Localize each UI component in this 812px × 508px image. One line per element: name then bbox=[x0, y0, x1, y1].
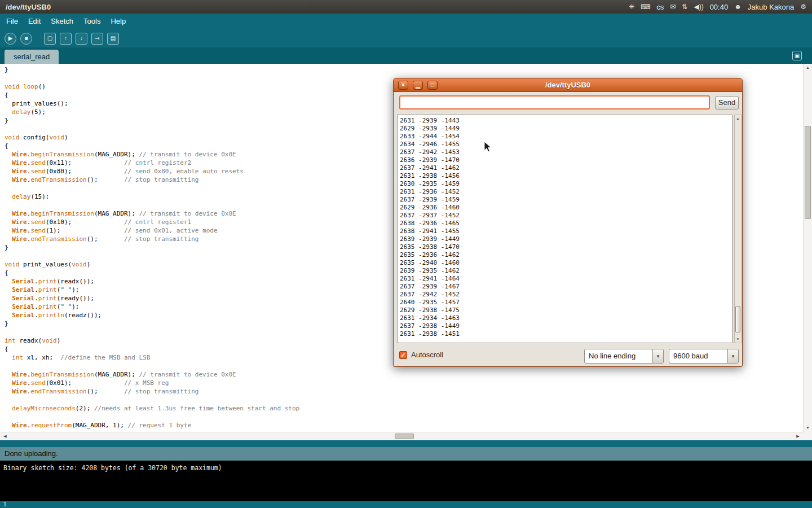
chevron-down-icon[interactable]: ▾ bbox=[652, 349, 663, 363]
serial-output-line: 2633 -2944 -1454 bbox=[400, 133, 730, 141]
serial-output-line: 2631 -2939 -1443 bbox=[400, 117, 730, 125]
serial-output-line: 2639 -2935 -1462 bbox=[400, 267, 730, 275]
build-console: Binary sketch size: 4208 bytes (of a 307… bbox=[0, 461, 812, 501]
serial-output-line: 2630 -2935 -1459 bbox=[400, 180, 730, 188]
clock-label[interactable]: 00:40 bbox=[710, 3, 729, 11]
serial-output-line: 2636 -2939 -1470 bbox=[400, 156, 730, 164]
serial-output-line: 2631 -2941 -1464 bbox=[400, 275, 730, 283]
bluetooth-icon[interactable]: ✳ bbox=[629, 3, 634, 11]
scroll-up-icon[interactable]: ▲ bbox=[735, 115, 741, 122]
editor-vertical-scrollbar-thumb[interactable] bbox=[805, 126, 811, 219]
menu-help[interactable]: Help bbox=[105, 14, 131, 29]
menu-bar: FileEditSketchToolsHelp bbox=[0, 14, 812, 29]
menu-edit[interactable]: Edit bbox=[23, 14, 46, 29]
toolbar: ▶■▢↑↓⇒▤ bbox=[0, 29, 812, 47]
desktop-top-panel: /dev/ttyUSB0 ✳⌨cs✉⇅◀))00:40☻Jakub Kakona… bbox=[0, 0, 812, 14]
autoscroll-label: Autoscroll bbox=[411, 351, 443, 359]
serial-output-line: 2638 -2936 -1465 bbox=[400, 220, 730, 227]
code-line: Wire.beginTransmission(MAG_ADDR); // tra… bbox=[5, 370, 803, 379]
close-icon[interactable]: × bbox=[398, 81, 408, 90]
serial-output-line: 2635 -2938 -1470 bbox=[400, 243, 730, 251]
stop-button[interactable]: ■ bbox=[20, 33, 32, 45]
serial-output-line: 2634 -2946 -1455 bbox=[400, 141, 730, 148]
scroll-down-icon[interactable]: ▼ bbox=[804, 424, 812, 432]
serial-output-line: 2637 -2939 -1459 bbox=[400, 196, 730, 204]
serial-output-line: 2637 -2941 -1462 bbox=[400, 164, 730, 172]
code-line: } bbox=[5, 65, 803, 74]
editor-horizontal-scrollbar[interactable]: ◀ ▶ bbox=[0, 432, 803, 440]
menu-sketch[interactable]: Sketch bbox=[46, 14, 78, 29]
username-label[interactable]: Jakub Kakona bbox=[748, 3, 794, 11]
active-window-title: /dev/ttyUSB0 bbox=[6, 3, 51, 11]
scroll-right-icon[interactable]: ▶ bbox=[794, 432, 802, 440]
console-line: Binary sketch size: 4208 bytes (of a 307… bbox=[3, 464, 809, 472]
status-bar: Done uploading. bbox=[0, 447, 812, 461]
window-controls: × ▁ □ bbox=[398, 81, 438, 90]
serial-output-line: 2637 -2942 -1452 bbox=[400, 291, 730, 299]
editor-vertical-scrollbar[interactable]: ▲ ▼ bbox=[803, 64, 812, 432]
minimize-icon[interactable]: ▁ bbox=[413, 81, 423, 90]
keyboard-layout-label[interactable]: cs bbox=[656, 3, 664, 11]
volume-icon[interactable]: ◀)) bbox=[694, 3, 703, 11]
serial-monitor-window: × ▁ □ /dev/ttyUSB0 Send 2631 -2939 -1443… bbox=[393, 78, 743, 367]
network-traffic-icon[interactable]: ⇅ bbox=[682, 3, 687, 11]
autoscroll-checkbox[interactable]: ✓ bbox=[399, 351, 407, 359]
scroll-down-icon[interactable]: ▼ bbox=[735, 336, 741, 343]
serial-output-line: 2631 -2938 -1451 bbox=[400, 330, 730, 338]
serial-output-line: 2631 -2934 -1463 bbox=[400, 314, 730, 322]
serial-output-line: 2640 -2935 -1457 bbox=[400, 299, 730, 306]
indicator-area: ✳⌨cs✉⇅◀))00:40☻Jakub Kakona⚙ bbox=[629, 3, 806, 11]
code-line: delayMicroseconds(2); //needs at least 1… bbox=[5, 404, 803, 413]
serial-monitor-titlebar[interactable]: × ▁ □ /dev/ttyUSB0 bbox=[394, 78, 742, 92]
code-line bbox=[5, 396, 803, 404]
chevron-down-icon[interactable]: ▾ bbox=[727, 349, 738, 363]
menu-tools[interactable]: Tools bbox=[78, 14, 105, 29]
serial-monitor-button[interactable]: ▤ bbox=[107, 33, 119, 45]
line-number-bar: 1 bbox=[0, 501, 812, 508]
save-sketch-button[interactable]: ↓ bbox=[76, 33, 87, 45]
code-line: Wire.endTransmission(); // stop transmit… bbox=[5, 387, 803, 396]
serial-output-line: 2637 -2938 -1449 bbox=[400, 322, 730, 330]
tab-serial-read[interactable]: serial_read bbox=[5, 50, 59, 64]
menu-file[interactable]: File bbox=[1, 14, 23, 29]
session-gear-icon[interactable]: ⚙ bbox=[800, 3, 806, 11]
current-line-number: 1 bbox=[3, 501, 7, 507]
keyboard-icon[interactable]: ⌨ bbox=[641, 3, 650, 11]
maximize-icon[interactable]: □ bbox=[427, 81, 438, 90]
send-button[interactable]: Send bbox=[715, 96, 739, 110]
new-sketch-button[interactable]: ▢ bbox=[44, 33, 56, 45]
mouse-cursor bbox=[484, 141, 493, 156]
serial-output-line: 2629 -2939 -1449 bbox=[400, 125, 730, 133]
serial-output-scrollbar[interactable]: ▲ ▼ bbox=[734, 115, 742, 343]
scrollbar-corner bbox=[803, 432, 812, 440]
editor-horizontal-scrollbar-thumb[interactable] bbox=[395, 433, 414, 439]
serial-monitor-title: /dev/ttyUSB0 bbox=[394, 78, 742, 92]
open-sketch-button[interactable]: ↑ bbox=[60, 33, 72, 45]
line-ending-value: No line ending bbox=[585, 349, 652, 363]
serial-output-line: 2638 -2941 -1455 bbox=[400, 227, 730, 235]
mail-icon[interactable]: ✉ bbox=[670, 3, 676, 11]
user-icon[interactable]: ☻ bbox=[734, 3, 742, 11]
scroll-left-icon[interactable]: ◀ bbox=[1, 432, 9, 440]
status-text: Done uploading. bbox=[5, 449, 58, 458]
serial-output-area[interactable]: 2631 -2939 -14432629 -2939 -14492633 -29… bbox=[397, 115, 732, 343]
baud-rate-dropdown[interactable]: 9600 baud ▾ bbox=[669, 349, 739, 364]
serial-output-line: 2637 -2937 -1452 bbox=[400, 212, 730, 220]
tab-bar: serial_read ▣ bbox=[0, 47, 812, 64]
scroll-up-icon[interactable]: ▲ bbox=[804, 64, 812, 72]
serial-send-input[interactable] bbox=[399, 95, 710, 110]
code-line: Wire.requestFrom(MAG_ADDR, 1); // reques… bbox=[5, 421, 803, 430]
status-divider bbox=[0, 440, 812, 447]
serial-output-line: 2635 -2940 -1460 bbox=[400, 259, 730, 267]
serial-monitor-controls: ✓ Autoscroll No line ending ▾ 9600 baud … bbox=[394, 346, 742, 366]
serial-output-line: 2629 -2938 -1475 bbox=[400, 306, 730, 314]
code-line bbox=[5, 413, 803, 421]
serial-output-line: 2631 -2936 -1452 bbox=[400, 188, 730, 196]
line-ending-dropdown[interactable]: No line ending ▾ bbox=[584, 349, 664, 364]
verify-button[interactable]: ▶ bbox=[5, 33, 16, 45]
serial-output-line: 2629 -2936 -1460 bbox=[400, 204, 730, 212]
serial-output-line: 2637 -2942 -1453 bbox=[400, 148, 730, 156]
tab-menu-icon[interactable]: ▣ bbox=[792, 51, 802, 60]
upload-button[interactable]: ⇒ bbox=[91, 33, 103, 45]
serial-output-scrollbar-thumb[interactable] bbox=[735, 306, 740, 332]
